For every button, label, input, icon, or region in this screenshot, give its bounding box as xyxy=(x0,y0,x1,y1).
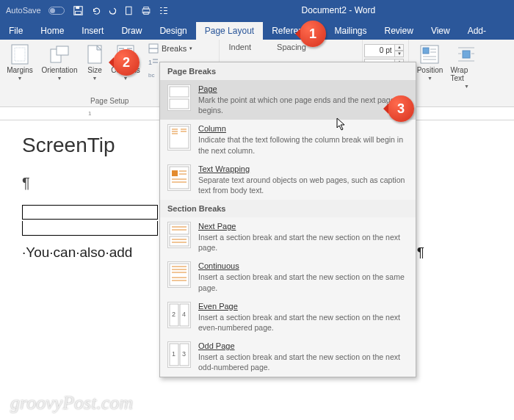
up-arrow-icon[interactable]: ▲ xyxy=(395,44,404,51)
next-page-icon xyxy=(167,222,191,248)
tab-view[interactable]: View xyxy=(422,22,459,40)
menu-item-next-page[interactable]: Next Page Insert a section break and sta… xyxy=(160,217,416,257)
margins-label: Margins xyxy=(7,66,33,74)
tab-home[interactable]: Home xyxy=(32,22,73,40)
svg-rect-53 xyxy=(170,236,189,246)
menu-item-page-break[interactable]: Page Mark the point at which one page en… xyxy=(160,80,416,120)
size-icon xyxy=(84,44,105,65)
ribbon-tabs: File Home Insert Draw Design Page Layout… xyxy=(0,21,514,40)
orientation-button[interactable]: Orientation▼ xyxy=(40,43,79,81)
tab-design[interactable]: Design xyxy=(151,22,195,40)
tab-page-layout[interactable]: Page Layout xyxy=(196,22,263,40)
indent-header: Indent xyxy=(228,43,251,51)
continuous-desc: Insert a section break and start the new… xyxy=(198,272,408,292)
tab-insert[interactable]: Insert xyxy=(73,22,112,40)
svg-text:bc: bc xyxy=(148,72,154,79)
svg-text:3: 3 xyxy=(182,350,186,358)
page-break-title: Page xyxy=(198,84,408,93)
continuous-title: Continuous xyxy=(198,261,408,270)
tab-addins[interactable]: Add- xyxy=(459,22,495,40)
spacing-icon[interactable] xyxy=(159,6,169,15)
svg-rect-36 xyxy=(170,87,189,97)
text-box[interactable] xyxy=(22,205,158,220)
print-icon[interactable] xyxy=(141,6,151,15)
ruler-mark: 1 xyxy=(88,110,91,117)
menu-item-odd-page[interactable]: 13 Odd Page Insert a section break and s… xyxy=(160,337,416,377)
svg-rect-2 xyxy=(75,11,81,14)
callout-3: 3 xyxy=(388,95,414,122)
svg-rect-26 xyxy=(423,48,429,54)
title-bar: AutoSave Document2 - Word xyxy=(0,0,514,21)
margins-icon xyxy=(10,44,30,65)
section-breaks-header: Section Breaks xyxy=(160,200,416,217)
svg-rect-45 xyxy=(172,170,178,176)
tab-draw[interactable]: Draw xyxy=(112,22,151,40)
tab-review[interactable]: Review xyxy=(376,22,422,40)
down-arrow-icon[interactable]: ▼ xyxy=(395,51,404,57)
svg-rect-5 xyxy=(143,7,148,8)
even-page-icon: 24 xyxy=(167,302,191,328)
svg-rect-3 xyxy=(126,7,131,15)
svg-rect-31 xyxy=(463,51,470,58)
svg-text:4: 4 xyxy=(182,311,186,318)
text-wrapping-title: Text Wrapping xyxy=(198,164,408,173)
continuous-icon xyxy=(167,261,191,288)
menu-item-even-page[interactable]: 24 Even Page Insert a section break and … xyxy=(160,297,416,337)
breaks-label: Breaks xyxy=(162,44,187,53)
tab-mailings[interactable]: Mailings xyxy=(326,22,376,40)
margins-button[interactable]: Margins▼ xyxy=(4,43,35,81)
page-break-desc: Mark the point at which one page ends an… xyxy=(198,95,408,115)
svg-rect-1 xyxy=(76,6,79,8)
spacing-before-spinner[interactable]: 0 pt ▲▼ xyxy=(364,44,404,57)
size-button[interactable]: Size▼ xyxy=(84,43,106,81)
page-breaks-header: Page Breaks xyxy=(160,62,416,80)
wrap-text-button[interactable]: Wrap Text▼ xyxy=(450,43,482,89)
next-page-title: Next Page xyxy=(198,222,408,231)
redo-icon[interactable] xyxy=(108,6,117,15)
breaks-button[interactable]: Breaks ▾ xyxy=(145,43,214,54)
text-box[interactable] xyxy=(22,221,158,236)
column-break-desc: Indicate that the text following the col… xyxy=(198,134,408,155)
svg-rect-44 xyxy=(170,167,189,189)
odd-page-icon: 13 xyxy=(167,341,191,368)
svg-text:1: 1 xyxy=(172,350,175,358)
wrap-text-label: Wrap Text xyxy=(450,66,482,82)
breaks-icon xyxy=(148,43,159,54)
hyphenation-icon: bc xyxy=(148,70,159,80)
callout-2: 2 xyxy=(113,49,140,76)
line-numbers-icon: 1 xyxy=(148,57,159,67)
svg-rect-37 xyxy=(170,99,189,109)
menu-item-column-break[interactable]: Column Indicate that the text following … xyxy=(160,120,416,159)
text-wrapping-icon xyxy=(167,164,191,191)
page-break-icon xyxy=(167,84,191,111)
svg-text:2: 2 xyxy=(172,311,175,318)
undo-icon[interactable] xyxy=(90,6,101,15)
callout-1: 1 xyxy=(300,21,326,47)
position-button[interactable]: Position▼ xyxy=(413,43,446,81)
menu-item-text-wrapping-break[interactable]: Text Wrapping Separate text around objec… xyxy=(160,160,416,200)
odd-page-title: Odd Page xyxy=(198,341,408,350)
position-label: Position xyxy=(417,66,444,74)
column-break-icon xyxy=(167,124,191,151)
svg-text:1: 1 xyxy=(148,59,152,66)
svg-rect-50 xyxy=(170,224,189,234)
new-icon[interactable] xyxy=(125,6,134,15)
orientation-icon xyxy=(49,44,70,65)
odd-page-desc: Insert a section break and start the new… xyxy=(198,352,408,372)
save-icon[interactable] xyxy=(73,6,83,15)
column-break-title: Column xyxy=(198,124,408,133)
document-title: Document2 - Word xyxy=(169,5,508,15)
quick-access-toolbar xyxy=(73,6,169,15)
wrap-text-icon xyxy=(456,44,477,65)
even-page-title: Even Page xyxy=(198,302,408,311)
svg-rect-10 xyxy=(57,46,68,55)
even-page-desc: Insert a section break and start the new… xyxy=(198,312,408,333)
autosave-toggle[interactable] xyxy=(48,7,65,15)
size-label: Size xyxy=(87,66,101,74)
orientation-label: Orientation xyxy=(42,66,78,74)
tab-file[interactable]: File xyxy=(0,22,32,40)
next-page-desc: Insert a section break and start the new… xyxy=(198,232,408,253)
spacing-before-value[interactable]: 0 pt xyxy=(364,44,395,57)
chevron-down-icon: ▾ xyxy=(189,46,192,51)
menu-item-continuous[interactable]: Continuous Insert a section break and st… xyxy=(160,257,416,297)
